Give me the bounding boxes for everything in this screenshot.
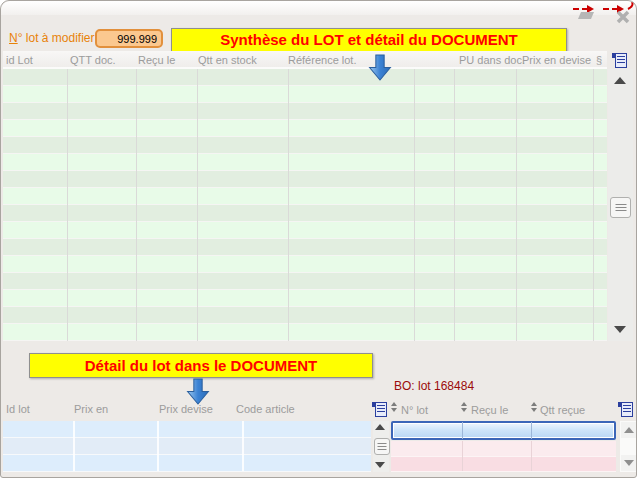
grip-icon	[615, 203, 626, 212]
column-divider	[531, 441, 532, 471]
column-divider	[462, 422, 463, 439]
column-header-id-lot-2[interactable]: Id lot	[6, 403, 30, 415]
column-header-qtt-doc[interactable]: QTT doc.	[70, 54, 116, 66]
column-divider	[136, 69, 137, 341]
scroll-up-button[interactable]	[621, 422, 637, 438]
column-header-recu-le-2[interactable]: Reçu le	[471, 404, 508, 416]
column-header-id-lot[interactable]: id Lot	[6, 54, 33, 66]
scroll-down-icon[interactable]	[375, 462, 385, 468]
scroll-down-icon	[624, 460, 634, 466]
column-divider	[67, 69, 68, 341]
red-arrowhead	[587, 5, 594, 13]
column-header-qtt-recue[interactable]: Qtt reçue	[540, 404, 585, 416]
table-row[interactable]	[391, 457, 616, 472]
title-strip	[1, 1, 636, 15]
lot-label-rest: ° lot à modifier	[18, 31, 95, 45]
lot-number-label: N° lot à modifier	[9, 31, 95, 45]
lot-label-accesskey: N	[9, 31, 18, 45]
scroll-up-icon[interactable]	[614, 77, 626, 84]
minimize-icon[interactable]	[578, 12, 594, 19]
table-row[interactable]	[3, 421, 371, 438]
column-divider	[73, 421, 75, 471]
column-header-recu-le[interactable]: Reçu le	[138, 54, 175, 66]
down-arrow-pointer	[367, 54, 393, 81]
scroll-up-icon	[624, 427, 634, 433]
column-header-section[interactable]: §	[596, 54, 602, 66]
table-grid-icon[interactable]	[621, 402, 633, 417]
column-divider	[288, 69, 289, 341]
red-arrowhead	[617, 5, 624, 13]
column-header-qtt-stock[interactable]: Qtt en stock	[198, 54, 257, 66]
sort-arrows-icon[interactable]	[531, 402, 538, 412]
column-divider	[197, 69, 198, 341]
column-header-prix-devise-2[interactable]: Prix devise	[159, 403, 213, 415]
column-divider	[454, 69, 455, 341]
scroll-up-icon[interactable]	[375, 424, 385, 430]
bo-lot-label: BO: lot 168484	[394, 379, 474, 393]
banner-detail: Détail du lot dans le DOCUMENT	[29, 353, 373, 378]
column-divider	[531, 422, 532, 439]
lot-number-input[interactable]	[95, 29, 163, 48]
sort-arrows-icon[interactable]	[461, 402, 468, 412]
column-header-n-lot[interactable]: N° lot	[401, 404, 428, 416]
down-arrow-pointer	[185, 378, 211, 405]
column-divider	[516, 69, 517, 341]
scrollbar-thumb[interactable]	[610, 197, 631, 218]
column-divider	[242, 421, 244, 471]
application-window: N° lot à modifier Synthèse du LOT et dét…	[0, 0, 637, 478]
column-divider	[157, 421, 159, 471]
table-grid-icon[interactable]	[375, 402, 387, 417]
selected-table-row[interactable]	[391, 421, 616, 440]
window-controls-annotation	[573, 2, 635, 24]
column-header-pu-doc[interactable]: PU dans doc.	[459, 54, 525, 66]
table-row[interactable]	[3, 455, 371, 472]
table-grid-icon[interactable]	[615, 53, 627, 68]
column-header-prix-devise[interactable]: Prix en devise	[522, 54, 591, 66]
column-header-prix-en[interactable]: Prix en	[74, 403, 108, 415]
column-divider	[414, 69, 415, 341]
table-row[interactable]	[391, 441, 616, 457]
scrollbar-thumb[interactable]	[374, 438, 390, 455]
close-icon[interactable]	[618, 12, 628, 22]
column-header-code-article[interactable]: Code article	[236, 403, 295, 415]
grip-icon	[378, 442, 387, 451]
banner-synthese: Synthèse du LOT et détail du DOCUMENT	[171, 28, 567, 52]
column-header-reference-lot[interactable]: Référence lot.	[288, 54, 356, 66]
column-divider	[462, 441, 463, 471]
sort-arrows-icon[interactable]	[391, 402, 398, 412]
scroll-down-icon[interactable]	[614, 326, 626, 333]
red-arrow-annotations	[573, 2, 633, 9]
table-row[interactable]	[3, 438, 371, 455]
scroll-down-button[interactable]	[621, 455, 637, 471]
column-divider	[593, 69, 594, 341]
